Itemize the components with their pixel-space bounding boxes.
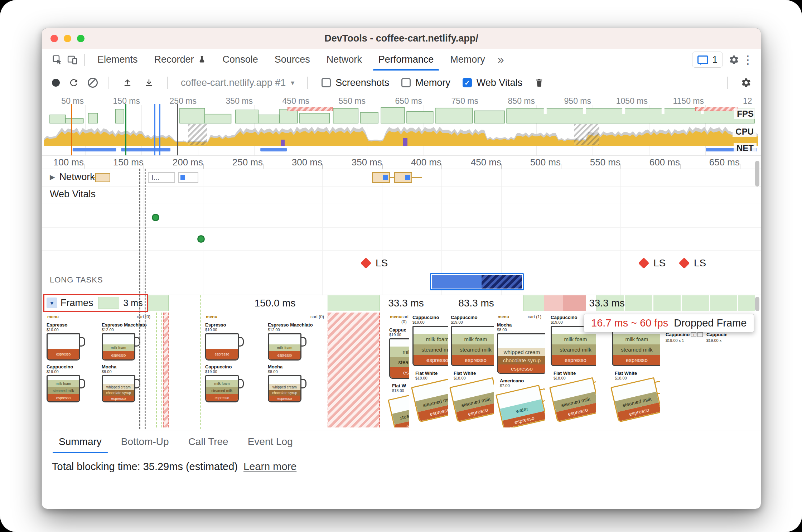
filmstrip-frame[interactable]: Cappuccino$19.00milk foamsteamed milkesp…: [410, 313, 448, 427]
capture-settings-gear-icon[interactable]: [739, 75, 754, 90]
learn-more-link[interactable]: Learn more: [243, 461, 296, 473]
issues-badge[interactable]: 1: [692, 52, 723, 68]
filmstrip-frame[interactable]: menucart (1)Mocha$8.00whipped creamchoco…: [494, 313, 545, 427]
clear-recording-icon[interactable]: [88, 78, 98, 88]
inspect-icon[interactable]: [50, 52, 65, 67]
zoom-window-button[interactable]: [77, 35, 84, 42]
web-vitals-checkbox[interactable]: ✓ Web Vitals: [463, 77, 522, 88]
product-espresso: Espresso$10.00espresso: [202, 320, 265, 362]
frame-segment[interactable]: [544, 295, 563, 311]
vertical-scrollbar[interactable]: [755, 297, 759, 311]
frame-segment[interactable]: [328, 295, 380, 311]
vertical-scrollbar[interactable]: [755, 161, 759, 187]
close-window-button[interactable]: [50, 35, 58, 42]
reload-and-record-icon[interactable]: [66, 75, 81, 90]
trash-icon[interactable]: [532, 75, 547, 90]
ruler-tick-label: 150 ms: [93, 157, 144, 168]
tab-label: Elements: [97, 54, 138, 65]
tab-recorder[interactable]: Recorder: [146, 49, 214, 71]
frame-segment[interactable]: [523, 295, 544, 311]
tab-event-log[interactable]: Event Log: [238, 430, 303, 453]
partial-frame-strip[interactable]: [156, 313, 161, 427]
window-title: DevTools - coffee-cart.netlify.app/: [324, 33, 478, 44]
timeline-gridline: [144, 169, 144, 295]
frames-track-highlight-box[interactable]: ▼ Frames 3 ms: [43, 294, 148, 312]
message-bubble-icon: [697, 55, 708, 64]
filmstrip-frame[interactable]: menucart (0)Espresso$10.00espressoEspres…: [44, 313, 154, 427]
minimize-window-button[interactable]: [64, 35, 71, 42]
cup-body: whipped creamchocolate syrupespresso: [102, 375, 135, 402]
layout-shift-marker[interactable]: LS: [362, 257, 388, 269]
dropped-frame-hatch[interactable]: [328, 313, 380, 427]
tab-summary[interactable]: Summary: [49, 430, 111, 453]
frame-duration-label: 150.0 ms: [254, 295, 295, 311]
device-toolbar-icon[interactable]: [65, 52, 80, 67]
network-track-expander-icon[interactable]: ▶: [50, 173, 55, 181]
timeline-overview[interactable]: FPS CPU NET 50 ms150 ms250 ms350 ms450 m…: [44, 96, 758, 155]
layout-shift-marker[interactable]: LS: [680, 257, 706, 269]
screenshots-checkbox[interactable]: Screenshots: [322, 77, 389, 88]
dropped-frame-hatch[interactable]: [163, 313, 169, 427]
ruler-tick-mark: [322, 164, 323, 169]
cart-row: Cappucino+−$19.00 x: [706, 332, 724, 343]
cup-layer-cream: whipped cream: [103, 384, 134, 390]
tab-network[interactable]: Network: [318, 49, 370, 71]
tab-label: Event Log: [248, 436, 293, 448]
network-track-header[interactable]: ▶ Network: [50, 171, 95, 183]
frame-segment[interactable]: [169, 295, 328, 311]
timeline-gridline: [203, 169, 203, 295]
record-button[interactable]: [52, 79, 60, 87]
network-request-bar[interactable]: I...: [148, 172, 175, 183]
layout-shift-marker[interactable]: LS: [640, 257, 666, 269]
memory-checkbox[interactable]: Memory: [401, 77, 450, 88]
network-request-bar[interactable]: [178, 172, 198, 183]
tab-console[interactable]: Console: [214, 49, 266, 71]
long-task-bar[interactable]: [430, 273, 524, 290]
cup-layer-espresso: espresso: [206, 394, 238, 401]
filmstrip-frame[interactable]: menucart (0)Cappuccino$19.00milk foamste…: [386, 313, 409, 427]
timeline-ruler[interactable]: 100 ms150 ms200 ms250 ms300 ms350 ms400 …: [42, 156, 761, 169]
filmstrip-frame[interactable]: Cappuccino$19.00milk foamsteamed milkesp…: [448, 313, 494, 427]
tab-bottom-up[interactable]: Bottom-Up: [111, 430, 179, 453]
frame-duration-label: 33.3 ms: [589, 295, 625, 311]
tab-label: Console: [223, 54, 258, 65]
load-profile-icon[interactable]: [120, 75, 135, 90]
kebab-menu-icon[interactable]: ⋮: [741, 53, 754, 67]
profile-select[interactable]: coffee-cart.netlify.app #1 ▾: [179, 77, 296, 88]
tab-call-tree[interactable]: Call Tree: [179, 430, 238, 453]
frame-segment[interactable]: [148, 295, 169, 311]
save-profile-icon[interactable]: [141, 75, 156, 90]
ruler-tick-label: 100 ms: [42, 157, 84, 168]
cup-layer-espresso: espresso: [206, 349, 238, 359]
timeline-gridline: [322, 169, 323, 295]
cup-layer-steamed: steamed milk: [452, 344, 494, 355]
frame-segment[interactable]: [563, 295, 586, 311]
layout-shift-label: LS: [653, 257, 666, 269]
cart-item-name: Cappucino: [706, 332, 727, 337]
more-tabs-button[interactable]: »: [493, 49, 508, 71]
event-marker-line: [159, 104, 160, 155]
web-vitals-lcp-marker[interactable]: [197, 235, 205, 243]
cup-layer-espresso: espresso: [390, 367, 409, 378]
web-vitals-track-header[interactable]: Web Vitals: [50, 189, 96, 200]
network-request-bar[interactable]: [95, 173, 110, 182]
network-request-bar[interactable]: [372, 172, 390, 183]
frames-track[interactable]: 150.0 ms33.3 ms83.3 ms33.3 ms: [42, 295, 761, 311]
frames-expander-chip[interactable]: ▼: [47, 298, 57, 308]
settings-gear-icon[interactable]: [726, 52, 741, 67]
tab-memory[interactable]: Memory: [442, 49, 493, 71]
product-name: Cappuccino: [205, 364, 262, 369]
timeline-gridline: [620, 169, 621, 295]
web-vitals-fcp-marker[interactable]: [152, 214, 159, 221]
tab-performance[interactable]: Performance: [370, 49, 442, 71]
tab-sources[interactable]: Sources: [266, 49, 318, 71]
tab-elements[interactable]: Elements: [89, 49, 146, 71]
checkbox-label: Screenshots: [335, 77, 389, 88]
cup-handle: [79, 337, 85, 347]
filmstrip-frame[interactable]: menucart (0)Espresso$10.00espressoEspres…: [202, 313, 328, 427]
network-request-bar[interactable]: [394, 172, 412, 183]
checkbox-checked: ✓: [463, 78, 472, 87]
checkbox-unchecked: [401, 78, 411, 87]
mini-menu-link: menu: [498, 314, 509, 319]
product-cappuccino: Cappuccino$19.00milk foamsteamed milkesp…: [386, 325, 409, 380]
